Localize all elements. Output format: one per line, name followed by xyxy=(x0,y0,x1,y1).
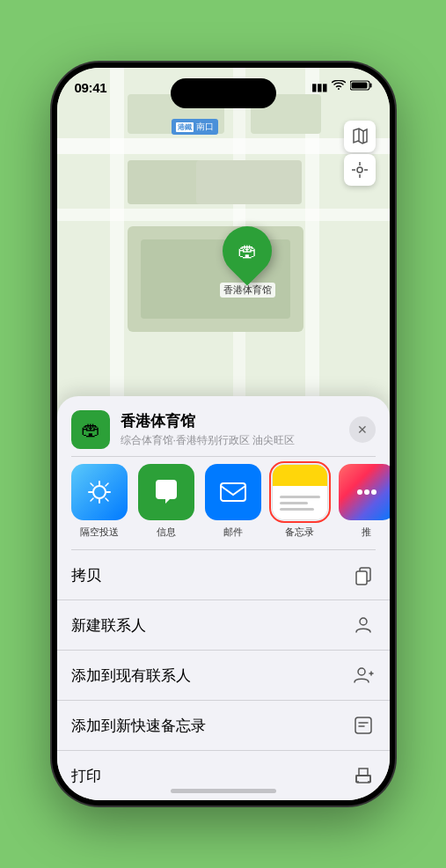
svg-rect-2 xyxy=(351,83,367,89)
action-copy[interactable]: 拷贝 xyxy=(57,550,390,600)
copy-icon xyxy=(351,563,376,587)
mail-icon xyxy=(205,464,261,520)
notes-label: 备忘录 xyxy=(285,526,314,539)
messages-label: 信息 xyxy=(157,526,176,539)
status-time: 09:41 xyxy=(75,80,107,95)
more-icon xyxy=(339,464,390,520)
venue-name: 香港体育馆 xyxy=(121,411,349,431)
new-contact-label: 新建联系人 xyxy=(71,615,146,636)
home-indicator xyxy=(171,789,276,793)
add-to-contact-icon xyxy=(351,663,376,688)
svg-point-11 xyxy=(93,486,106,498)
share-item-mail[interactable]: 邮件 xyxy=(205,464,261,539)
svg-rect-22 xyxy=(355,717,371,733)
dynamic-island xyxy=(171,78,276,108)
phone-frame: 09:41 ▮▮▮ xyxy=(52,63,395,805)
svg-point-14 xyxy=(364,489,369,495)
svg-marker-3 xyxy=(354,129,367,143)
wifi-icon xyxy=(332,80,346,93)
share-item-notes[interactable]: 备忘录 xyxy=(272,464,328,539)
mail-label: 邮件 xyxy=(223,526,243,539)
svg-point-13 xyxy=(357,489,362,495)
new-contact-icon xyxy=(351,613,376,637)
action-add-to-notes[interactable]: 添加到新快速备忘录 xyxy=(57,700,390,750)
map-type-button[interactable] xyxy=(344,121,376,152)
battery-icon xyxy=(350,80,372,93)
venue-subtitle: 综合体育馆·香港特别行政区 油尖旺区 xyxy=(121,433,349,448)
bottom-sheet: 🏟 香港体育馆 综合体育馆·香港特别行政区 油尖旺区 ✕ 隔空投送 xyxy=(57,396,390,800)
share-item-airdrop[interactable]: 隔空投送 xyxy=(71,464,128,539)
status-icons: ▮▮▮ xyxy=(311,80,372,93)
map-pin: 🏟 香港体育馆 xyxy=(220,226,275,298)
more-label: 推 xyxy=(362,526,371,539)
location-button[interactable] xyxy=(344,154,376,186)
svg-point-18 xyxy=(360,618,367,625)
svg-point-15 xyxy=(371,489,377,495)
print-icon xyxy=(351,763,376,788)
add-to-notes-icon xyxy=(351,713,376,738)
station-label: 港鐵 南口 xyxy=(172,119,218,135)
signal-icon: ▮▮▮ xyxy=(311,81,327,93)
messages-icon xyxy=(138,464,194,520)
add-to-contact-label: 添加到现有联系人 xyxy=(71,666,191,686)
share-row: 隔空投送 信息 邮件 xyxy=(57,457,390,549)
close-button[interactable]: ✕ xyxy=(349,416,376,443)
action-add-to-contact[interactable]: 添加到现有联系人 xyxy=(57,650,390,700)
venue-info: 香港体育馆 综合体育馆·香港特别行政区 油尖旺区 xyxy=(110,411,349,448)
map-controls xyxy=(344,121,376,186)
svg-rect-17 xyxy=(356,571,367,585)
svg-rect-1 xyxy=(369,84,371,88)
pin-venue-icon: 🏟 xyxy=(238,239,257,262)
svg-point-6 xyxy=(357,167,362,173)
action-new-contact[interactable]: 新建联系人 xyxy=(57,600,390,650)
map-area[interactable]: 港鐵 南口 🏟 香港体育馆 xyxy=(57,68,390,446)
add-to-notes-label: 添加到新快速备忘录 xyxy=(71,716,206,736)
airdrop-label: 隔空投送 xyxy=(80,526,119,539)
sheet-header: 🏟 香港体育馆 综合体育馆·香港特别行政区 油尖旺区 ✕ xyxy=(57,396,390,456)
svg-rect-26 xyxy=(359,769,368,776)
svg-rect-12 xyxy=(221,483,245,501)
share-item-messages[interactable]: 信息 xyxy=(138,464,194,539)
notes-icon xyxy=(272,464,328,520)
share-item-more[interactable]: 推 xyxy=(339,464,390,539)
airdrop-icon xyxy=(71,464,128,520)
pin-circle: 🏟 xyxy=(212,216,281,285)
svg-point-19 xyxy=(358,668,365,675)
copy-label: 拷贝 xyxy=(71,565,101,585)
venue-icon: 🏟 xyxy=(71,410,110,449)
phone-screen: 09:41 ▮▮▮ xyxy=(57,68,390,800)
print-label: 打印 xyxy=(71,766,101,786)
